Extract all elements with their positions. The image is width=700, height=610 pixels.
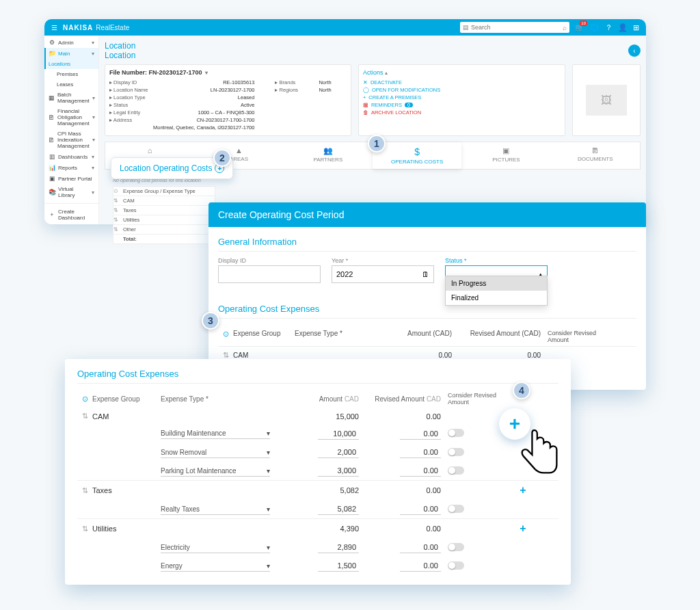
help-icon[interactable]: ？ (605, 23, 612, 33)
sidenav-vlib[interactable]: 📚Virtual Library▾ (44, 184, 98, 200)
add-row-button[interactable]: + (509, 484, 537, 496)
consider-toggle[interactable] (448, 429, 464, 437)
tab-partners[interactable]: 👥PARTNERS (284, 142, 373, 169)
amount-input[interactable]: 2,000 (318, 447, 359, 458)
collapse-icon[interactable]: ⊙ (113, 188, 120, 194)
calendar-icon: ▦ (363, 102, 368, 108)
sidenav-reports[interactable]: 📊Reports▾ (44, 162, 98, 173)
action-open-mod[interactable]: ◯OPEN FOR MODIFICATIONS (363, 86, 561, 94)
item-row: Building Maintenance▾ 10,000 0.00 + (77, 424, 558, 443)
sidenav-admin[interactable]: ⚙Admin▾ (44, 37, 98, 48)
sidenav-leases[interactable]: Leases (44, 79, 98, 90)
amount-input[interactable]: 1,500 (318, 560, 359, 572)
file-info-card: File Number: FN-20230127-1700 ▾ ▸ Displa… (105, 64, 351, 136)
action-deactivate[interactable]: ✕DEACTIVATE (363, 79, 561, 86)
sort-icon[interactable]: ⇅ (77, 486, 92, 495)
calendar-icon[interactable]: 🗓 (422, 270, 429, 278)
hamburger-icon[interactable]: ☰ (51, 24, 57, 31)
cursor-hand-icon (517, 429, 562, 483)
search-input[interactable] (471, 24, 563, 31)
cart-icon[interactable]: 🛒10 (575, 23, 584, 32)
folder-icon: 📁 (49, 50, 55, 57)
sidenav-partner[interactable]: ▣Partner Portal (44, 173, 98, 184)
general-info-title: General Information (218, 237, 636, 252)
brand-name: NAKISA (63, 24, 93, 31)
search-icon[interactable]: ⌕ (563, 24, 567, 31)
collapse-all-icon[interactable]: ⊙ (218, 330, 233, 343)
expense-type-select[interactable]: Parking Lot Maintenance▾ (161, 466, 270, 477)
consider-toggle[interactable] (448, 543, 464, 551)
pictures-icon: ▣ (463, 146, 549, 155)
expense-type-select[interactable]: Snow Removal▾ (161, 447, 270, 458)
globe-icon[interactable]: 🌐 (590, 23, 600, 32)
actions-header: Actions ▴ (363, 69, 561, 76)
expense-type-select[interactable]: Realty Taxes▾ (161, 504, 270, 515)
apps-icon[interactable]: ⊞ (633, 23, 639, 32)
collapse-all-icon[interactable]: ⊙ (77, 395, 92, 403)
sidenav-main[interactable]: 📁Main▾ (44, 48, 98, 59)
amount-input[interactable]: 10,000 (318, 428, 359, 440)
sidenav-cpimass[interactable]: 🖹CPI Mass Indexation Management▾ (44, 129, 98, 151)
action-archive[interactable]: 🗑ARCHIVE LOCATION (363, 109, 561, 116)
tab-documents[interactable]: 🖹DOCUMENTS (551, 142, 640, 169)
revised-input[interactable]: 0.00 (400, 503, 441, 515)
consider-toggle[interactable] (448, 561, 464, 570)
sidenav-finoblig[interactable]: 🖹Financial Obligation Management▾ (44, 106, 98, 129)
op-cost-expenses-panel: Operating Cost Expenses ⊙ Expense Group … (65, 359, 571, 585)
year-input[interactable]: 2022🗓 (332, 265, 434, 283)
sidenav-dashboards[interactable]: ▥Dashboards▾ (44, 151, 98, 162)
actions-card: Actions ▴ ✕DEACTIVATE ◯OPEN FOR MODIFICA… (358, 64, 565, 136)
notification-badge: 10 (580, 21, 587, 26)
step-badge-1: 1 (368, 135, 386, 152)
sidenav-batch[interactable]: ▦Batch Management▾ (44, 90, 98, 106)
consider-toggle[interactable] (448, 466, 464, 475)
image-card: 🖼 (572, 64, 641, 136)
revised-input[interactable]: 0.00 (400, 542, 441, 553)
sidenav-premises[interactable]: Premises (44, 69, 98, 79)
expense-type-select[interactable]: Building Maintenance▾ (161, 428, 270, 439)
expenses-panel-title: Operating Cost Expenses (77, 369, 558, 384)
revised-input[interactable]: 0.00 (400, 560, 441, 572)
sidenav-locations[interactable]: Locations (44, 59, 98, 69)
user-icon[interactable]: 👤 (618, 23, 628, 32)
revised-input[interactable]: 0.00 (400, 428, 441, 440)
item-row: Parking Lot Maintenance▾ 3,000 0.00 (77, 462, 558, 480)
action-reminders[interactable]: ▦REMINDERS 0 (363, 101, 561, 109)
tab-pictures[interactable]: ▣PICTURES (461, 142, 550, 169)
search-box[interactable]: ▤ ⌕ (460, 22, 569, 33)
topbar-icons: 🛒10 🌐 ？ 👤 ⊞ (569, 23, 639, 33)
sidenav-exports[interactable]: ⇩Exports (44, 223, 98, 224)
amount-input[interactable]: 3,000 (318, 465, 359, 477)
status-option-finalized[interactable]: Finalized (446, 291, 547, 305)
page-title: Location (105, 41, 135, 51)
item-row: Snow Removal▾ 2,000 0.00 (77, 443, 558, 462)
add-row-button[interactable]: + (509, 522, 537, 535)
unlock-icon: ◯ (363, 87, 369, 93)
revised-input[interactable]: 0.00 (400, 465, 441, 477)
report-icon: 📊 (49, 164, 55, 171)
display-id-input[interactable] (218, 265, 321, 283)
consider-toggle[interactable] (448, 448, 464, 456)
action-create-premises[interactable]: +CREATE A PREMISES (363, 94, 561, 101)
collapse-icon[interactable]: ‹ (628, 44, 641, 57)
item-row: Electricity▾ 2,890 0.00 (77, 538, 558, 557)
amount-input[interactable]: 5,082 (318, 503, 359, 515)
sort-icon[interactable]: ⇅ (77, 525, 92, 533)
plus-small-icon: + (363, 94, 366, 101)
partners-icon: 👥 (285, 146, 371, 155)
expense-type-select[interactable]: Electricity▾ (161, 542, 270, 553)
revised-input[interactable]: 0.00 (400, 447, 441, 458)
chevron-down-icon: ▾ (267, 429, 270, 437)
sidenav-createdb[interactable]: +Create Dashboard (44, 207, 98, 223)
expense-type-select[interactable]: Energy▾ (161, 561, 270, 572)
dashboard-icon: ▥ (49, 153, 55, 160)
field-year: Year * 2022🗓 (332, 257, 434, 283)
status-option-inprogress[interactable]: In Progress (446, 276, 547, 291)
sidenav: ⚙Admin▾ 📁Main▾ Locations Premises Leases… (44, 36, 99, 224)
group-row-cam: ⇅ CAM 15,000 0.00 (77, 408, 558, 424)
consider-toggle[interactable] (448, 505, 464, 513)
tab-operating-costs[interactable]: $OPERATING COSTS (373, 142, 461, 169)
partner-icon: ▣ (49, 175, 55, 182)
sort-icon[interactable]: ⇅ (77, 412, 92, 421)
amount-input[interactable]: 2,890 (318, 542, 359, 553)
